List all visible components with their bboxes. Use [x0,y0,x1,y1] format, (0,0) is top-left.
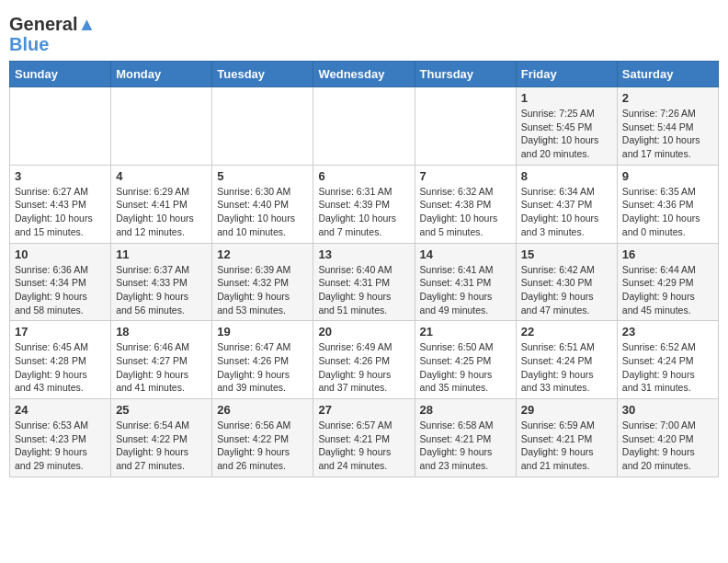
day-info: Sunset: 4:41 PM [116,198,207,212]
day-info: Sunrise: 6:47 AM [217,340,308,354]
day-cell: 9Sunrise: 6:35 AMSunset: 4:36 PMDaylight… [617,165,718,243]
day-info: Sunset: 4:34 PM [15,276,106,290]
day-info: Sunrise: 6:53 AM [15,419,106,432]
day-info: Sunrise: 7:26 AM [622,107,713,121]
header-wednesday: Wednesday [313,62,415,87]
day-info: Sunrise: 6:44 AM [622,263,713,277]
day-info: Sunrise: 6:40 AM [318,263,409,277]
day-info: Daylight: 10 hours and 5 minutes. [420,212,511,238]
day-info: Sunrise: 6:56 AM [217,419,308,432]
day-info: Sunrise: 6:31 AM [318,185,409,199]
day-info: Sunrise: 6:41 AM [420,263,511,277]
day-info: Daylight: 9 hours and 39 minutes. [217,368,308,395]
day-info: Daylight: 9 hours and 29 minutes. [15,445,106,472]
day-cell: 18Sunrise: 6:46 AMSunset: 4:27 PMDayligh… [111,321,212,399]
header-sunday: Sunday [10,62,111,87]
day-number: 29 [521,403,612,417]
day-cell: 2Sunrise: 7:26 AMSunset: 5:44 PMDaylight… [617,87,718,166]
day-number: 1 [521,91,612,105]
day-info: Daylight: 9 hours and 37 minutes. [318,368,409,395]
day-info: Daylight: 9 hours and 35 minutes. [420,368,511,395]
day-info: Daylight: 9 hours and 31 minutes. [622,368,713,395]
day-number: 25 [116,403,207,417]
week-row-2: 3Sunrise: 6:27 AMSunset: 4:43 PMDaylight… [10,165,719,243]
day-cell: 15Sunrise: 6:42 AMSunset: 4:30 PMDayligh… [516,243,617,321]
day-cell [10,87,111,166]
day-number: 12 [217,247,308,261]
logo-blue-text: Blue [9,35,96,53]
day-number: 20 [318,325,409,339]
day-info: Sunrise: 6:32 AM [420,185,511,199]
day-info: Daylight: 9 hours and 26 minutes. [217,445,308,472]
day-number: 9 [622,169,713,183]
day-cell: 23Sunrise: 6:52 AMSunset: 4:24 PMDayligh… [617,321,718,399]
day-cell: 3Sunrise: 6:27 AMSunset: 4:43 PMDaylight… [10,165,111,243]
day-info: Daylight: 9 hours and 49 minutes. [420,290,511,316]
logo: General▲ Blue [9,13,96,53]
week-row-3: 10Sunrise: 6:36 AMSunset: 4:34 PMDayligh… [10,243,719,321]
day-info: Sunset: 4:32 PM [217,276,308,290]
day-info: Daylight: 9 hours and 51 minutes. [318,290,409,316]
header-monday: Monday [111,62,212,87]
day-info: Sunset: 4:39 PM [318,198,409,212]
header-thursday: Thursday [415,62,516,87]
day-info: Sunrise: 7:00 AM [622,419,713,432]
day-info: Sunrise: 6:58 AM [420,419,511,432]
day-info: Sunset: 5:45 PM [521,121,612,134]
day-cell [415,87,516,166]
day-info: Sunset: 4:38 PM [420,198,511,212]
day-info: Sunrise: 6:34 AM [521,185,612,199]
day-cell: 29Sunrise: 6:59 AMSunset: 4:21 PMDayligh… [516,399,617,477]
day-number: 10 [15,247,106,261]
page-header: General▲ Blue [9,9,719,53]
day-info: Sunrise: 6:59 AM [521,419,612,432]
day-cell [111,87,212,166]
day-cell: 6Sunrise: 6:31 AMSunset: 4:39 PMDaylight… [313,165,415,243]
day-info: Sunrise: 6:35 AM [622,185,713,199]
day-cell [212,87,313,166]
day-number: 21 [420,325,511,339]
day-cell: 30Sunrise: 7:00 AMSunset: 4:20 PMDayligh… [617,399,718,477]
day-info: Sunset: 4:29 PM [622,276,713,290]
header-tuesday: Tuesday [212,62,313,87]
day-info: Sunset: 4:26 PM [217,354,308,368]
day-info: Sunset: 4:31 PM [420,276,511,290]
day-number: 14 [420,247,511,261]
day-info: Daylight: 10 hours and 10 minutes. [217,212,308,238]
day-cell: 4Sunrise: 6:29 AMSunset: 4:41 PMDaylight… [111,165,212,243]
day-number: 27 [318,403,409,417]
day-number: 30 [622,403,713,417]
day-number: 28 [420,403,511,417]
day-number: 15 [521,247,612,261]
day-cell: 13Sunrise: 6:40 AMSunset: 4:31 PMDayligh… [313,243,415,321]
calendar-header-row: SundayMondayTuesdayWednesdayThursdayFrid… [10,62,719,87]
day-number: 5 [217,169,308,183]
day-number: 11 [116,247,207,261]
day-info: Daylight: 9 hours and 20 minutes. [622,445,713,472]
day-number: 17 [15,325,106,339]
day-info: Sunset: 4:28 PM [15,354,106,368]
day-info: Daylight: 10 hours and 3 minutes. [521,212,612,238]
day-number: 26 [217,403,308,417]
day-number: 8 [521,169,612,183]
day-number: 19 [217,325,308,339]
logo-text: General▲ [9,13,96,35]
day-info: Sunset: 5:44 PM [622,121,713,134]
day-cell: 17Sunrise: 6:45 AMSunset: 4:28 PMDayligh… [10,321,111,399]
day-cell: 27Sunrise: 6:57 AMSunset: 4:21 PMDayligh… [313,399,415,477]
day-cell: 19Sunrise: 6:47 AMSunset: 4:26 PMDayligh… [212,321,313,399]
day-info: Daylight: 9 hours and 24 minutes. [318,445,409,472]
day-info: Daylight: 9 hours and 58 minutes. [15,290,106,316]
day-info: Sunset: 4:20 PM [622,432,713,446]
day-info: Daylight: 10 hours and 0 minutes. [622,212,713,238]
day-info: Daylight: 10 hours and 20 minutes. [521,133,612,160]
day-cell: 20Sunrise: 6:49 AMSunset: 4:26 PMDayligh… [313,321,415,399]
day-info: Sunset: 4:24 PM [521,354,612,368]
day-info: Daylight: 9 hours and 41 minutes. [116,368,207,395]
day-info: Sunset: 4:26 PM [318,354,409,368]
day-info: Sunset: 4:24 PM [622,354,713,368]
day-info: Sunset: 4:37 PM [521,198,612,212]
day-cell: 10Sunrise: 6:36 AMSunset: 4:34 PMDayligh… [10,243,111,321]
header-friday: Friday [516,62,617,87]
day-info: Sunrise: 6:29 AM [116,185,207,199]
